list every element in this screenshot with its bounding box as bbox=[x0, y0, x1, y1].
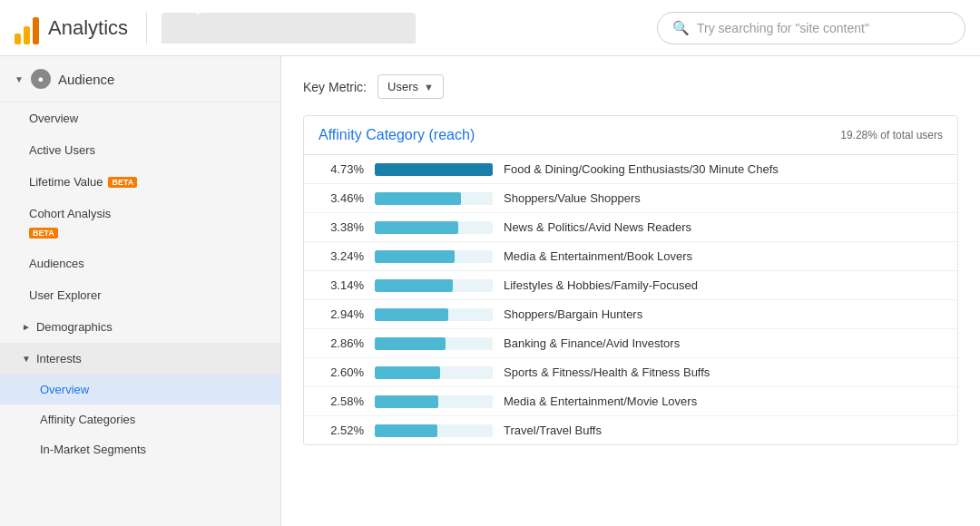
sidebar-item-audiences-label: Audiences bbox=[29, 257, 84, 270]
sidebar-subitem-in-market-label: In-Market Segments bbox=[40, 443, 146, 456]
logo-area: Analytics bbox=[15, 12, 147, 44]
content-area: Key Metric: Users ▼ Affinity Category (r… bbox=[281, 56, 980, 526]
table-header: Affinity Category (reach) 19.28% of tota… bbox=[304, 116, 957, 155]
table-row: 2.52%Travel/Travel Buffs bbox=[304, 416, 957, 444]
sidebar-item-overview-label: Overview bbox=[29, 112, 78, 125]
row-pct-label: 2.86% bbox=[318, 336, 364, 350]
row-bar-wrap bbox=[375, 250, 493, 263]
row-bar-wrap bbox=[375, 366, 493, 379]
audience-chevron-icon: ▼ bbox=[15, 74, 24, 84]
table-row: 4.73%Food & Dining/Cooking Enthusiasts/3… bbox=[304, 155, 957, 184]
sidebar-subitem-in-market-segments[interactable]: In-Market Segments bbox=[0, 434, 280, 464]
sidebar-item-active-users[interactable]: Active Users bbox=[0, 134, 280, 166]
sidebar-item-cohort-label: Cohort Analysis bbox=[29, 207, 111, 220]
sidebar-item-audiences[interactable]: Audiences bbox=[0, 248, 280, 279]
audience-label: Audience bbox=[58, 72, 115, 87]
audience-header[interactable]: ▼ ● Audience bbox=[0, 56, 280, 102]
table-row: 3.24%Media & Entertainment/Book Lovers bbox=[304, 242, 957, 271]
row-category-label: Sports & Fitness/Health & Fitness Buffs bbox=[504, 365, 943, 379]
row-bar-wrap bbox=[375, 395, 493, 408]
table-title: Affinity Category (reach) bbox=[318, 127, 475, 143]
metric-dropdown-arrow-icon: ▼ bbox=[424, 82, 434, 93]
interests-section-header[interactable]: ▼ Interests bbox=[0, 343, 280, 375]
row-bar-wrap bbox=[375, 337, 493, 350]
header: Analytics 🔍 Try searching for "site cont… bbox=[0, 0, 980, 56]
cohort-beta-badge: BETA bbox=[29, 228, 58, 239]
row-bar-bg bbox=[375, 279, 493, 292]
row-bar-wrap bbox=[375, 221, 493, 234]
logo-bar-3 bbox=[33, 17, 39, 44]
row-bar-fill bbox=[375, 337, 446, 350]
header-tab-2[interactable] bbox=[198, 13, 416, 44]
demographics-chevron-icon: ► bbox=[22, 322, 31, 332]
analytics-logo-icon bbox=[15, 12, 39, 44]
search-icon: 🔍 bbox=[672, 20, 690, 36]
sidebar-item-overview[interactable]: Overview bbox=[0, 102, 280, 134]
sidebar-item-user-explorer[interactable]: User Explorer bbox=[0, 279, 280, 311]
row-bar-wrap bbox=[375, 308, 493, 321]
header-tab-1[interactable] bbox=[162, 13, 198, 44]
row-bar-wrap bbox=[375, 279, 493, 292]
row-bar-bg bbox=[375, 395, 493, 408]
row-bar-fill bbox=[375, 163, 493, 176]
interests-label: Interests bbox=[36, 352, 82, 365]
table-row: 3.14%Lifestyles & Hobbies/Family-Focused bbox=[304, 271, 957, 300]
row-category-label: Media & Entertainment/Book Lovers bbox=[504, 249, 943, 263]
sidebar-item-user-explorer-label: User Explorer bbox=[29, 288, 101, 302]
row-category-label: Food & Dining/Cooking Enthusiasts/30 Min… bbox=[504, 162, 943, 176]
logo-bar-2 bbox=[24, 26, 30, 44]
row-bar-fill bbox=[375, 366, 440, 379]
key-metric-label: Key Metric: bbox=[303, 80, 367, 94]
row-bar-wrap bbox=[375, 163, 493, 176]
row-bar-fill bbox=[375, 250, 455, 263]
row-bar-fill bbox=[375, 221, 458, 234]
metric-select-dropdown[interactable]: Users ▼ bbox=[377, 74, 444, 99]
sidebar-subitem-affinity-categories[interactable]: Affinity Categories bbox=[0, 404, 280, 434]
sidebar-subitem-overview[interactable]: Overview bbox=[0, 375, 280, 404]
sidebar-item-lifetime-value-label: Lifetime Value bbox=[29, 175, 103, 189]
table-row: 2.94%Shoppers/Bargain Hunters bbox=[304, 300, 957, 329]
row-pct-label: 3.38% bbox=[318, 220, 364, 234]
affinity-table: Affinity Category (reach) 19.28% of tota… bbox=[303, 115, 958, 445]
row-category-label: Shoppers/Bargain Hunters bbox=[504, 307, 943, 321]
demographics-section-header[interactable]: ► Demographics bbox=[0, 311, 280, 343]
row-category-label: Media & Entertainment/Movie Lovers bbox=[504, 394, 943, 408]
row-category-label: Travel/Travel Buffs bbox=[504, 424, 943, 437]
row-bar-bg bbox=[375, 221, 493, 234]
sidebar: ▼ ● Audience Overview Active Users Lifet… bbox=[0, 56, 281, 526]
row-category-label: Lifestyles & Hobbies/Family-Focused bbox=[504, 278, 943, 292]
row-category-label: Banking & Finance/Avid Investors bbox=[504, 336, 943, 350]
app-title: Analytics bbox=[48, 16, 128, 40]
sidebar-item-lifetime-value[interactable]: Lifetime Value BETA bbox=[0, 166, 280, 198]
row-bar-bg bbox=[375, 308, 493, 321]
row-bar-wrap bbox=[375, 424, 493, 437]
row-pct-label: 4.73% bbox=[318, 162, 364, 176]
row-pct-label: 3.24% bbox=[318, 249, 364, 263]
header-nav bbox=[147, 13, 657, 44]
metric-select-value: Users bbox=[387, 80, 418, 93]
row-bar-bg bbox=[375, 192, 493, 205]
row-category-label: Shoppers/Value Shoppers bbox=[504, 191, 943, 205]
row-bar-wrap bbox=[375, 192, 493, 205]
row-bar-fill bbox=[375, 279, 453, 292]
row-pct-label: 2.60% bbox=[318, 365, 364, 379]
table-row: 3.38%News & Politics/Avid News Readers bbox=[304, 213, 957, 242]
row-bar-fill bbox=[375, 192, 461, 205]
main-layout: ▼ ● Audience Overview Active Users Lifet… bbox=[0, 56, 980, 526]
row-pct-label: 2.52% bbox=[318, 424, 364, 437]
row-pct-label: 3.46% bbox=[318, 191, 364, 205]
row-category-label: News & Politics/Avid News Readers bbox=[504, 220, 943, 234]
lifetime-value-beta-badge: BETA bbox=[108, 177, 137, 188]
row-bar-fill bbox=[375, 308, 448, 321]
sidebar-item-cohort-analysis[interactable]: Cohort Analysis BETA bbox=[0, 198, 280, 248]
search-bar[interactable]: 🔍 Try searching for "site content" bbox=[657, 12, 965, 44]
sidebar-item-active-users-label: Active Users bbox=[29, 143, 95, 157]
search-placeholder-text: Try searching for "site content" bbox=[697, 21, 869, 35]
logo-bar-1 bbox=[15, 34, 21, 44]
data-rows-container: 4.73%Food & Dining/Cooking Enthusiasts/3… bbox=[304, 155, 957, 444]
row-bar-bg bbox=[375, 163, 493, 176]
table-row: 2.58%Media & Entertainment/Movie Lovers bbox=[304, 387, 957, 416]
interests-chevron-icon: ▼ bbox=[22, 354, 31, 364]
sidebar-subitem-overview-label: Overview bbox=[40, 383, 89, 396]
row-bar-fill bbox=[375, 424, 437, 437]
